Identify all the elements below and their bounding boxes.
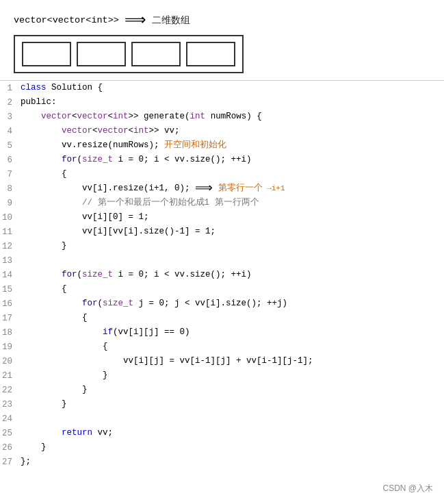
box-1 [22, 42, 71, 66]
line-num-19: 19 [0, 340, 19, 354]
line-content-9: // 第一个和最后一个初始化成1 第一行两个 [19, 196, 444, 210]
line-num-22: 22 [0, 383, 19, 397]
line-content-6: for(size_t i = 0; i < vv.size(); ++i) [19, 153, 444, 166]
line-num-21: 21 [0, 368, 19, 383]
box-3 [131, 42, 181, 66]
box-2 [77, 42, 126, 66]
arrow-icon: ⟹ [125, 11, 146, 29]
line-content-18: if(vv[i][j] == 0) [19, 325, 444, 339]
line-content-5: vv.resize(numRows); 开空间和初始化 [19, 138, 444, 152]
line-content-17: { [19, 311, 444, 325]
line-num-16: 16 [0, 297, 19, 311]
code-line-8: 8 vv[i].resize(i+1, 0); ⟹ 第零行一个 →i+1 [0, 181, 444, 196]
line-num-9: 9 [0, 196, 19, 210]
line-num-5: 5 [0, 138, 19, 153]
line-num-23: 23 [0, 397, 19, 412]
vector-type-text: vector<vector<int>> [14, 15, 119, 25]
line-num-18: 18 [0, 325, 19, 340]
code-line-22: 22 } [0, 383, 444, 397]
line-num-6: 6 [0, 153, 19, 167]
line-num-20: 20 [0, 354, 19, 368]
code-line-16: 16 for(size_t j = 0; j < vv[i].size(); +… [0, 297, 444, 311]
box-4 [186, 42, 235, 66]
line-num-15: 15 [0, 282, 19, 297]
code-section: 1 class Solution { 2 public: 3 vector<ve… [0, 81, 444, 469]
code-line-12: 12 } [0, 239, 444, 253]
code-line-11: 11 vv[i][vv[i].size()-1] = 1; [0, 225, 444, 239]
line-content-22: } [19, 383, 444, 396]
code-line-20: 20 vv[i][j] = vv[i-1][j] + vv[i-1][j-1]; [0, 354, 444, 368]
line-content-23: } [19, 397, 444, 411]
line-num-14: 14 [0, 268, 19, 282]
code-line-14: 14 for(size_t i = 0; i < vv.size(); ++i) [0, 268, 444, 282]
line-content-10: vv[i][0] = 1; [19, 210, 444, 224]
line-num-24: 24 [0, 412, 19, 426]
line-content-15: { [19, 282, 444, 296]
code-line-4: 4 vector<vector<int>> vv; [0, 124, 444, 138]
code-line-9: 9 // 第一个和最后一个初始化成1 第一行两个 [0, 196, 444, 210]
line-num-27: 27 [0, 455, 19, 469]
line-num-26: 26 [0, 440, 19, 455]
line-content-27: }; [19, 455, 444, 468]
line-num-4: 4 [0, 124, 19, 138]
line-content-1: class Solution { [19, 81, 444, 94]
line-content-2: public: [19, 95, 444, 109]
line-num-25: 25 [0, 426, 19, 440]
code-line-17: 17 { [0, 311, 444, 325]
line-num-17: 17 [0, 311, 19, 325]
line-content-7: { [19, 167, 444, 181]
watermark: CSDN @入木 [382, 483, 433, 494]
line-num-12: 12 [0, 239, 19, 253]
code-line-23: 23 } [0, 397, 444, 412]
line-content-25: return vv; [19, 426, 444, 440]
code-line-7: 7 { [0, 167, 444, 181]
line-num-10: 10 [0, 210, 19, 225]
line-content-11: vv[i][vv[i].size()-1] = 1; [19, 225, 444, 238]
vector-label-row: vector<vector<int>> ⟹ 二维数组 [14, 11, 430, 29]
code-line-6: 6 for(size_t i = 0; i < vv.size(); ++i) [0, 153, 444, 167]
code-line-2: 2 public: [0, 95, 444, 110]
diagram-section: vector<vector<int>> ⟹ 二维数组 [0, 0, 444, 81]
page-wrapper: vector<vector<int>> ⟹ 二维数组 1 class Solut… [0, 0, 444, 504]
line-num-13: 13 [0, 253, 19, 268]
code-line-24: 24 [0, 412, 444, 426]
code-line-1: 1 class Solution { [0, 81, 444, 95]
code-line-3: 3 vector<vector<int>> generate(int numRo… [0, 110, 444, 124]
code-line-18: 18 if(vv[i][j] == 0) [0, 325, 444, 340]
line-num-8: 8 [0, 181, 19, 196]
line-num-11: 11 [0, 225, 19, 239]
line-num-3: 3 [0, 110, 19, 124]
code-line-5: 5 vv.resize(numRows); 开空间和初始化 [0, 138, 444, 153]
code-line-26: 26 } [0, 440, 444, 455]
code-line-10: 10 vv[i][0] = 1; [0, 210, 444, 225]
line-content-20: vv[i][j] = vv[i-1][j] + vv[i-1][j-1]; [19, 354, 444, 368]
code-line-19: 19 { [0, 340, 444, 354]
line-content-19: { [19, 340, 444, 353]
boxes-container [14, 35, 244, 73]
code-line-25: 25 return vv; [0, 426, 444, 440]
code-line-15: 15 { [0, 282, 444, 297]
line-num-7: 7 [0, 167, 19, 181]
code-line-13: 13 [0, 253, 444, 268]
line-content-14: for(size_t i = 0; i < vv.size(); ++i) [19, 268, 444, 281]
code-line-27: 27 }; [0, 455, 444, 469]
line-content-3: vector<vector<int>> generate(int numRows… [19, 110, 444, 123]
line-content-4: vector<vector<int>> vv; [19, 124, 444, 138]
line-num-1: 1 [0, 81, 19, 95]
line-num-2: 2 [0, 95, 19, 110]
line-content-8: vv[i].resize(i+1, 0); ⟹ 第零行一个 →i+1 [19, 181, 444, 195]
code-line-21: 21 } [0, 368, 444, 383]
line-content-16: for(size_t j = 0; j < vv[i].size(); ++j) [19, 297, 444, 310]
label-2d-text: 二维数组 [152, 14, 190, 27]
line-content-21: } [19, 368, 444, 382]
line-content-26: } [19, 440, 444, 454]
line-content-12: } [19, 239, 444, 253]
